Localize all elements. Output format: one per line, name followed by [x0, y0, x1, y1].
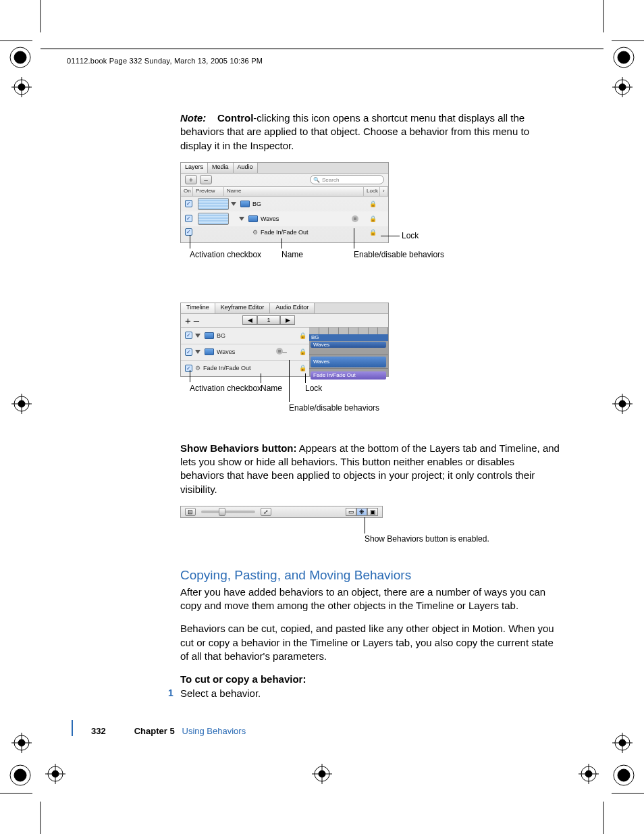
svg-point-37	[14, 735, 29, 750]
behavior-icon: ⚙	[195, 365, 200, 371]
zoom-out-icon[interactable]: ⊟	[185, 508, 196, 516]
lock-icon[interactable]: 🔒	[299, 348, 306, 355]
remove-button[interactable]: –	[194, 315, 199, 326]
col-on: On	[181, 187, 193, 196]
tab-audio[interactable]: Audio	[234, 163, 258, 173]
note-paragraph: Note: Control-clicking this icon opens a…	[180, 111, 560, 153]
activation-checkbox[interactable]: ✓	[185, 365, 192, 372]
tab-layers[interactable]: Layers	[181, 163, 208, 173]
pager-page: 1	[257, 315, 280, 325]
callout-enable: Enable/disable behaviors	[354, 250, 444, 259]
tab-keyframe-editor[interactable]: Keyframe Editor	[215, 303, 271, 313]
search-field[interactable]: 🔍Search	[310, 175, 384, 184]
show-keyframes-button[interactable]: ▭	[346, 508, 356, 516]
row-name: BG	[252, 201, 261, 207]
lock-icon[interactable]: 🔒	[365, 215, 380, 222]
para-copy-intro: After you have added behaviors to an obj…	[180, 585, 560, 613]
svg-point-45	[48, 766, 63, 781]
chapter-title: Using Behaviors	[182, 726, 246, 736]
note-control-word: Control	[217, 112, 253, 124]
svg-point-17	[14, 80, 29, 95]
callout-name: Name	[281, 250, 303, 259]
svg-point-12	[618, 51, 630, 63]
pager-next[interactable]: ▶	[280, 315, 295, 325]
lock-icon[interactable]: 🔒	[365, 229, 380, 236]
col-lock: Lock	[364, 187, 380, 196]
svg-point-40	[18, 739, 25, 746]
callout-enable: Enable/disable behaviors	[289, 403, 379, 413]
callout-lock: Lock	[305, 384, 322, 393]
activation-checkbox[interactable]: ✓	[185, 200, 192, 207]
howto-heading: To cut or copy a behavior:	[180, 673, 560, 686]
layer-icon	[240, 201, 250, 207]
svg-point-28	[18, 400, 25, 407]
show-masks-button[interactable]: ▣	[367, 508, 378, 516]
disclosure-triangle-icon[interactable]	[195, 350, 200, 354]
svg-point-21	[615, 80, 630, 95]
page-number: 332	[91, 726, 106, 736]
lock-icon[interactable]: 🔒	[365, 201, 380, 207]
remove-button[interactable]: –	[200, 175, 212, 184]
timeline-panel-screenshot: Timeline Keyframe Editor Audio Editor + …	[180, 303, 389, 377]
behavior-gear-icon[interactable]: ─	[276, 348, 287, 356]
timeline-row-fade[interactable]: ✓ ⚙Fade In/Fade Out 🔒	[181, 360, 309, 376]
add-button[interactable]: +	[185, 315, 191, 326]
svg-point-14	[14, 769, 26, 781]
track-bar[interactable]: Waves	[311, 357, 386, 367]
layer-row-waves[interactable]: ✓ Waves 🔒	[181, 211, 388, 226]
row-name: BG	[217, 332, 225, 339]
svg-point-24	[619, 84, 626, 90]
layer-row-bg[interactable]: ✓ BG 🔒	[181, 197, 388, 211]
slider-thumb[interactable]	[219, 508, 225, 516]
svg-point-11	[614, 47, 634, 68]
callout-activation: Activation checkbox	[190, 250, 261, 259]
step-text: Select a behavior.	[180, 687, 261, 699]
layer-row-fade[interactable]: ✓ ⚙Fade In/Fade Out 🔒	[181, 226, 388, 238]
track-bar-behavior[interactable]: Fade In/Fade Out	[311, 371, 386, 380]
timeline-row-bg[interactable]: ✓ BG 🔒	[181, 328, 309, 344]
timeline-ruler	[309, 328, 388, 334]
zoom-slider[interactable]	[201, 511, 255, 513]
activation-checkbox[interactable]: ✓	[185, 215, 192, 222]
timeline-row-waves[interactable]: ✓ Waves ─ 🔒	[181, 344, 309, 360]
layers-panel-screenshot: Layers Media Audio + – 🔍Search On Previe…	[180, 162, 389, 243]
col-expand[interactable]: ›	[380, 187, 388, 196]
page-footer: 332 Chapter 5 Using Behaviors	[91, 726, 246, 736]
lock-icon[interactable]: 🔒	[299, 365, 306, 371]
track-group-header: BG	[309, 334, 388, 341]
show-behaviors-button[interactable]: ❋	[356, 508, 367, 516]
col-name: Name	[224, 187, 364, 196]
behavior-icon: ⚙	[252, 229, 258, 236]
tab-media[interactable]: Media	[208, 163, 234, 173]
disclosure-triangle-icon[interactable]	[239, 217, 244, 221]
svg-point-41	[615, 735, 630, 750]
activation-checkbox[interactable]: ✓	[185, 228, 192, 236]
svg-point-49	[581, 766, 596, 781]
preview-thumb	[198, 198, 229, 210]
layer-icon	[205, 348, 214, 355]
svg-point-13	[10, 765, 30, 785]
tab-audio-editor[interactable]: Audio Editor	[270, 303, 315, 313]
svg-point-10	[14, 51, 26, 63]
activation-checkbox[interactable]: ✓	[185, 332, 192, 339]
add-button[interactable]: +	[185, 175, 197, 184]
margin-rule	[72, 720, 73, 736]
behavior-gear-icon[interactable]	[352, 215, 365, 222]
row-name: Waves	[217, 348, 235, 355]
search-icon: 🔍	[313, 177, 320, 183]
disclosure-triangle-icon[interactable]	[231, 202, 236, 206]
layer-icon	[248, 215, 258, 222]
zoom-fit-icon[interactable]: ⤢	[261, 508, 271, 516]
row-name: Fade In/Fade Out	[203, 365, 251, 371]
lock-icon[interactable]: 🔒	[299, 332, 306, 339]
track-bar[interactable]: Waves	[311, 342, 386, 348]
callout-activation: Activation checkbox	[190, 384, 261, 393]
para-cut-copy: Behaviors can be cut, copied, and pasted…	[180, 622, 560, 663]
disclosure-triangle-icon[interactable]	[195, 334, 200, 338]
tab-timeline[interactable]: Timeline	[181, 303, 215, 313]
pager-prev[interactable]: ◀	[242, 315, 257, 325]
row-name: Fade In/Fade Out	[261, 229, 308, 236]
activation-checkbox[interactable]: ✓	[185, 348, 192, 356]
svg-point-20	[18, 84, 25, 90]
svg-point-25	[14, 396, 29, 411]
